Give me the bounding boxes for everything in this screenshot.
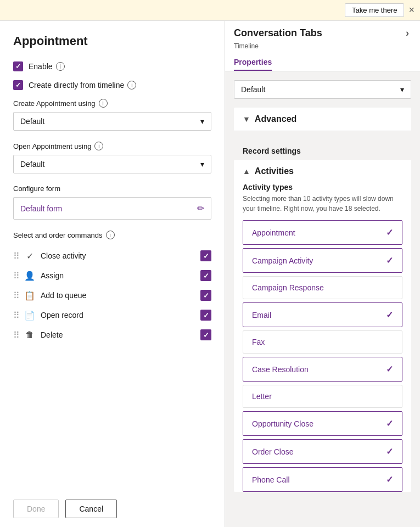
create-directly-checkbox-row[interactable]: Create directly from timeline i	[13, 80, 211, 90]
create-using-label: Create Appointment using i	[13, 99, 211, 108]
command-checkbox-assign[interactable]	[200, 270, 211, 281]
configure-form-label: Configure form	[13, 184, 211, 193]
command-checkbox-open-record[interactable]	[200, 310, 211, 321]
enable-info-icon[interactable]: i	[56, 62, 65, 71]
right-content: Default ▾ ▼ Advanced Record settings ▲	[225, 71, 420, 504]
activity-item-appointment[interactable]: Appointment ✓	[243, 220, 402, 245]
done-button[interactable]: Done	[13, 500, 59, 518]
activity-check-phone-call: ✓	[386, 474, 393, 485]
edit-icon[interactable]: ✏	[197, 203, 204, 214]
right-header: Conversation Tabs › Timeline Properties	[225, 21, 420, 71]
activity-item-label-phone-call: Phone Call	[252, 475, 290, 484]
properties-tab[interactable]: Properties	[234, 54, 272, 71]
activity-items-list: Appointment ✓ Campaign Activity ✓ Campai…	[234, 220, 411, 492]
activity-item-label-fax: Fax	[252, 338, 265, 346]
activities-section: ▲ Activities Activity types Selecting mo…	[234, 160, 411, 492]
activities-collapsible-header[interactable]: ▲ Activities	[234, 160, 411, 183]
enable-checkbox[interactable]	[13, 61, 23, 71]
default-select-row[interactable]: Default ▾	[234, 80, 411, 99]
command-row-open-record: ⠿ 📄 Open record	[13, 305, 211, 325]
activity-item-label-email: Email	[252, 311, 271, 319]
configure-form-row[interactable]: Default form ✏	[13, 197, 211, 220]
activity-check-case-resolution: ✓	[386, 364, 393, 374]
command-icon-delete: 🗑	[24, 330, 35, 340]
activity-item-fax[interactable]: Fax	[243, 330, 402, 354]
activity-item-label-opportunity-close: Opportunity Close	[252, 419, 313, 428]
main-layout: Appointment Enable i Create directly fro…	[0, 21, 420, 527]
right-header-title: Conversation Tabs ›	[234, 25, 411, 41]
advanced-collapsible-header[interactable]: ▼ Advanced	[234, 108, 411, 131]
commands-list: ⠿ ✓ Close activity ⠿ 👤 Assign ⠿ 📋 Add to…	[13, 246, 211, 345]
drag-handle-add-to-queue[interactable]: ⠿	[13, 290, 19, 301]
activity-item-order-close[interactable]: Order Close ✓	[243, 439, 402, 464]
command-icon-open-record: 📄	[24, 310, 35, 321]
command-label-open-record: Open record	[41, 311, 195, 319]
drag-handle-close-activity[interactable]: ⠿	[13, 251, 19, 261]
create-directly-info-icon[interactable]: i	[127, 81, 136, 89]
configure-form-link[interactable]: Default form	[20, 204, 62, 213]
activities-header-text: Activities	[255, 166, 294, 176]
create-directly-checkbox[interactable]	[13, 80, 23, 90]
command-checkbox-close-activity[interactable]	[200, 250, 211, 261]
activity-check-appointment: ✓	[386, 227, 393, 238]
activities-chevron-icon: ▲	[243, 167, 250, 176]
drag-handle-open-record[interactable]: ⠿	[13, 310, 19, 321]
advanced-header-text: Advanced	[255, 114, 296, 124]
open-using-label: Open Appointment using i	[13, 142, 211, 150]
nav-arrow-icon[interactable]: ›	[404, 25, 411, 41]
command-checkbox-delete[interactable]	[200, 329, 211, 340]
activity-item-campaign-activity[interactable]: Campaign Activity ✓	[243, 248, 402, 273]
activity-item-campaign-response[interactable]: Campaign Response	[243, 276, 402, 299]
take-me-there-button[interactable]: Take me there	[345, 3, 404, 17]
right-panel: Conversation Tabs › Timeline Properties …	[225, 21, 420, 527]
command-checkbox-add-to-queue[interactable]	[200, 290, 211, 301]
command-icon-close-activity: ✓	[24, 251, 35, 261]
command-icon-add-to-queue: 📋	[24, 290, 35, 301]
command-label-add-to-queue: Add to queue	[41, 291, 195, 300]
activity-check-campaign-activity: ✓	[386, 255, 393, 266]
banner-close-button[interactable]: ×	[408, 4, 415, 16]
open-using-arrow-icon: ▾	[200, 160, 204, 169]
activity-item-phone-call[interactable]: Phone Call ✓	[243, 467, 402, 492]
advanced-section: ▼ Advanced	[234, 108, 411, 131]
open-using-dropdown[interactable]: Default ▾	[13, 155, 211, 173]
activity-item-letter[interactable]: Letter	[243, 385, 402, 408]
activity-item-label-letter: Letter	[252, 392, 272, 401]
advanced-chevron-icon: ▼	[243, 115, 250, 124]
activity-types-desc: Selecting more than 10 activity types wi…	[234, 194, 411, 220]
activity-check-order-close: ✓	[386, 446, 393, 457]
activity-item-label-campaign-activity: Campaign Activity	[252, 256, 313, 265]
activity-item-label-campaign-response: Campaign Response	[252, 283, 324, 292]
activity-check-opportunity-close: ✓	[386, 418, 393, 429]
command-icon-assign: 👤	[24, 271, 35, 281]
activity-item-label-case-resolution: Case Resolution	[252, 365, 309, 374]
cancel-button[interactable]: Cancel	[65, 500, 117, 518]
command-label-assign: Assign	[41, 271, 195, 280]
command-label-delete: Delete	[41, 330, 195, 339]
right-content-wrapper[interactable]: Default ▾ ▼ Advanced Record settings ▲	[225, 71, 420, 527]
enable-label: Enable i	[29, 62, 65, 71]
activity-check-email: ✓	[386, 310, 393, 320]
create-using-arrow-icon: ▾	[200, 117, 204, 126]
default-select-value: Default	[241, 85, 265, 94]
open-using-info-icon[interactable]: i	[94, 142, 103, 150]
drag-handle-delete[interactable]: ⠿	[13, 330, 19, 340]
record-settings-label: Record settings	[234, 140, 411, 160]
activity-item-email[interactable]: Email ✓	[243, 302, 402, 327]
enable-checkbox-row[interactable]: Enable i	[13, 61, 211, 71]
activity-item-case-resolution[interactable]: Case Resolution ✓	[243, 357, 402, 382]
create-using-info-icon[interactable]: i	[99, 99, 108, 108]
create-directly-label: Create directly from timeline i	[29, 81, 136, 89]
activity-item-label-order-close: Order Close	[252, 447, 293, 456]
right-header-subtitle: Timeline	[234, 42, 411, 50]
drag-handle-assign[interactable]: ⠿	[13, 271, 19, 281]
command-row-assign: ⠿ 👤 Assign	[13, 266, 211, 285]
left-panel: Appointment Enable i Create directly fro…	[0, 21, 225, 527]
activity-item-opportunity-close[interactable]: Opportunity Close ✓	[243, 411, 402, 436]
commands-section-label: Select and order commands i	[13, 231, 211, 239]
commands-info-icon[interactable]: i	[106, 231, 115, 239]
create-using-dropdown[interactable]: Default ▾	[13, 112, 211, 131]
command-label-close-activity: Close activity	[41, 251, 195, 260]
command-row-delete: ⠿ 🗑 Delete	[13, 325, 211, 345]
command-row-close-activity: ⠿ ✓ Close activity	[13, 246, 211, 266]
